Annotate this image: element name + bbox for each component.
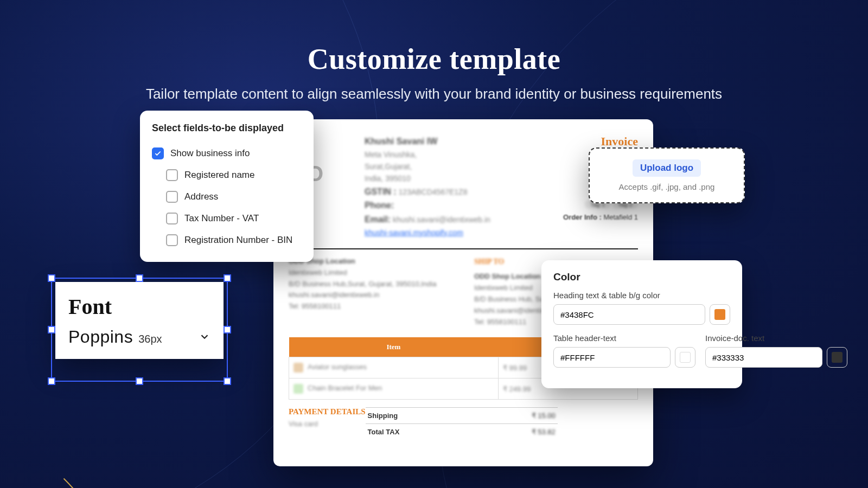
color-panel-heading: Color	[553, 271, 730, 283]
color-panel: Color Heading text & table b/g color Tab…	[541, 260, 742, 388]
invoice-business-block: Khushi Savani IWMeta Vinushka,Surat,Guja…	[365, 134, 540, 239]
font-size-value: 36px	[138, 333, 162, 345]
checkbox-icon[interactable]	[166, 234, 178, 246]
header-text-color-input[interactable]	[553, 347, 671, 368]
primary-color-input[interactable]	[553, 304, 705, 325]
field-checkbox-1[interactable]: Registered name	[152, 164, 302, 186]
doc-text-color-input[interactable]	[705, 347, 822, 368]
header-text-color-swatch[interactable]	[675, 347, 695, 368]
upload-logo-panel[interactable]: Upload logo Accepts .gif, .jpg, and .png	[589, 147, 745, 203]
primary-color-label: Heading text & table b/g color	[553, 291, 730, 300]
field-checkbox-4[interactable]: Registration Number - BIN	[152, 229, 302, 251]
doc-text-color-label: Invoice-doc. text	[705, 333, 847, 343]
field-label: Registration Number - BIN	[184, 235, 292, 246]
checkbox-icon[interactable]	[166, 191, 178, 203]
header-text-color-label: Table header-text	[553, 333, 695, 343]
checkbox-icon[interactable]	[166, 169, 178, 181]
chevron-down-icon	[199, 331, 210, 345]
field-checkbox-2[interactable]: Address	[152, 186, 302, 208]
field-label: Show business info	[170, 148, 250, 159]
bill-to-block: ODD Shop LocationIdentixweb LimitedB/D B…	[289, 256, 452, 328]
field-checkbox-0[interactable]: Show business info	[152, 143, 302, 164]
upload-logo-button[interactable]: Upload logo	[633, 159, 701, 177]
font-family-value: Poppins	[68, 327, 133, 347]
payment-details-heading: PAYMENT DETAILS	[289, 407, 366, 416]
invoice-totals: Shipping₹ 15.00 Total TAX₹ 53.82	[366, 407, 558, 440]
font-panel: Font Poppins 36px	[55, 282, 224, 359]
checkbox-icon[interactable]	[166, 213, 178, 224]
fields-selector-panel: Select fields-to-be displayed Show busin…	[140, 111, 314, 262]
upload-hint: Accepts .gif, .jpg, and .png	[601, 182, 733, 191]
field-label: Tax Number - VAT	[184, 213, 259, 224]
primary-color-swatch[interactable]	[710, 304, 730, 325]
field-label: Registered name	[184, 170, 254, 181]
field-label: Address	[184, 191, 218, 202]
checkbox-checked-icon[interactable]	[152, 147, 164, 159]
doc-text-color-swatch[interactable]	[827, 347, 847, 368]
field-checkbox-3[interactable]: Tax Number - VAT	[152, 208, 302, 229]
font-family-select[interactable]: Poppins 36px	[68, 327, 210, 347]
invoice-doc-title: Invoice	[540, 134, 638, 149]
font-panel-heading: Font	[68, 294, 210, 319]
fields-panel-heading: Select fields-to-be displayed	[152, 123, 302, 134]
